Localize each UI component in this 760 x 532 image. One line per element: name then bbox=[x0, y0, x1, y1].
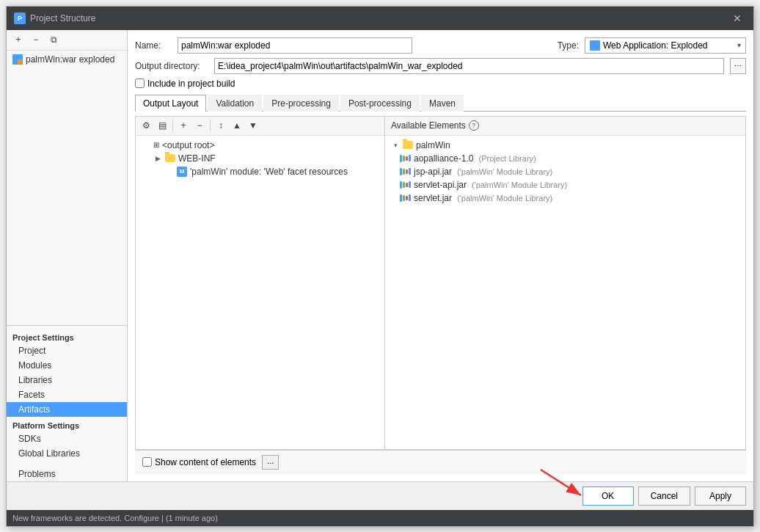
dialog-title: Project Structure bbox=[30, 13, 95, 23]
copy-artifact-button[interactable]: ⧉ bbox=[46, 32, 61, 47]
tab-pre-processing[interactable]: Pre-processing bbox=[263, 95, 339, 112]
add-artifact-button[interactable]: + bbox=[11, 32, 26, 47]
artifact-icon bbox=[12, 54, 23, 65]
tree-up-button[interactable]: ▲ bbox=[230, 118, 244, 133]
browse-button[interactable]: ⋯ bbox=[730, 58, 746, 74]
tree-toolbar: ⚙ ▤ + − ↕ ▲ ▼ bbox=[136, 117, 384, 136]
name-input[interactable] bbox=[178, 37, 412, 54]
ok-button[interactable]: OK bbox=[582, 487, 634, 506]
tree-settings-button[interactable]: ⚙ bbox=[139, 118, 153, 133]
type-select-icon bbox=[590, 40, 600, 51]
content-area: + − ⧉ palmWin:war exploded Project Setti… bbox=[7, 30, 753, 481]
cancel-button[interactable]: Cancel bbox=[638, 487, 690, 506]
elem-root-arrow: ▾ bbox=[391, 142, 400, 149]
elements-header: Available Elements ? bbox=[385, 117, 745, 136]
dialog-footer: OK Cancel Apply bbox=[7, 481, 753, 510]
tree-item-output-root[interactable]: ⊞ <output root> bbox=[136, 139, 384, 152]
sidebar-item-libraries[interactable]: Libraries bbox=[7, 373, 127, 387]
type-select-value: Web Application: Exploded bbox=[603, 40, 708, 51]
tree-sort-button[interactable]: ↕ bbox=[213, 118, 228, 133]
webinf-arrow: ▶ bbox=[153, 155, 162, 162]
name-label: Name: bbox=[135, 40, 172, 51]
webinf-folder-icon bbox=[165, 154, 175, 162]
jar-icon-jsp-api bbox=[400, 168, 411, 175]
jar-icon-aopalliance bbox=[400, 155, 411, 162]
tree-content: ⊞ <output root> ▶ WEB-INF bbox=[136, 136, 384, 449]
root-bracket-icon: ⊞ bbox=[153, 141, 159, 149]
remove-artifact-button[interactable]: − bbox=[29, 32, 43, 47]
elem-jsp-api-label: jsp-api.jar bbox=[414, 167, 452, 177]
sidebar-item-project[interactable]: Project bbox=[7, 343, 127, 358]
tree-module-label: 'palmWin' module: 'Web' facet resources bbox=[190, 167, 348, 177]
elem-item-aopalliance[interactable]: aopalliance-1.0 (Project Library) bbox=[385, 152, 745, 165]
sidebar-item-facets[interactable]: Facets bbox=[7, 387, 127, 402]
platform-settings-section: Platform Settings bbox=[7, 417, 127, 431]
jar-icon-servlet-api bbox=[400, 181, 411, 189]
status-text: New frameworks are detected. Configure |… bbox=[12, 514, 218, 522]
apply-button[interactable]: Apply bbox=[695, 487, 746, 506]
elem-item-servlet-api[interactable]: servlet-api.jar ('palmWin' Module Librar… bbox=[385, 178, 745, 192]
title-bar: P Project Structure ✕ bbox=[7, 7, 753, 30]
elem-servlet-label: servlet.jar bbox=[414, 193, 452, 203]
name-row: Name: Type: Web Application: Exploded ▾ bbox=[135, 37, 746, 54]
tree-layout-button[interactable]: ▤ bbox=[155, 118, 169, 133]
artifact-item-label: palmWin:war exploded bbox=[26, 54, 114, 65]
tab-post-processing[interactable]: Post-processing bbox=[340, 95, 420, 112]
tree-webinf-label: WEB-INF bbox=[178, 153, 216, 164]
project-structure-dialog: P Project Structure ✕ + − ⧉ palmWin:war … bbox=[6, 6, 754, 527]
tree-pane: ⚙ ▤ + − ↕ ▲ ▼ ⊞ bbox=[136, 117, 385, 449]
tree-remove-button[interactable]: − bbox=[192, 118, 207, 133]
module-resources-icon bbox=[177, 167, 187, 177]
toolbar-sep1 bbox=[172, 120, 173, 131]
sidebar-item-artifacts[interactable]: Artifacts bbox=[7, 402, 127, 417]
elem-servlet-api-label: servlet-api.jar bbox=[414, 180, 467, 190]
show-content-label: Show content of elements bbox=[155, 457, 256, 467]
include-build-label: Include in project build bbox=[147, 79, 235, 89]
tab-output-layout[interactable]: Output Layout bbox=[135, 95, 206, 112]
elem-root-palmwin[interactable]: ▾ palmWin bbox=[385, 139, 745, 152]
bottom-bar: Show content of elements ... bbox=[135, 450, 746, 474]
tab-validation[interactable]: Validation bbox=[208, 95, 262, 112]
sidebar-artifact-item[interactable]: palmWin:war exploded bbox=[7, 51, 127, 68]
close-button[interactable]: ✕ bbox=[728, 11, 746, 26]
elements-pane: Available Elements ? ▾ palmWin bbox=[385, 117, 745, 449]
tabs-bar: Output Layout Validation Pre-processing … bbox=[135, 95, 746, 112]
include-build-checkbox[interactable] bbox=[135, 79, 145, 88]
help-icon[interactable]: ? bbox=[469, 120, 479, 131]
title-bar-left: P Project Structure bbox=[14, 12, 95, 24]
split-area: ⚙ ▤ + − ↕ ▲ ▼ ⊞ bbox=[135, 116, 746, 450]
elements-content: ▾ palmWin aopalliance-1.0 (Project Libra… bbox=[385, 136, 745, 449]
tree-item-webinf[interactable]: ▶ WEB-INF bbox=[136, 152, 384, 165]
elem-root-folder-icon bbox=[403, 141, 413, 149]
status-bar: New frameworks are detected. Configure |… bbox=[7, 510, 753, 526]
tab-maven[interactable]: Maven bbox=[421, 95, 464, 112]
elem-root-label: palmWin bbox=[416, 140, 450, 150]
jar-icon-servlet bbox=[400, 194, 411, 202]
elements-title: Available Elements bbox=[391, 120, 466, 131]
sidebar-item-sdks[interactable]: SDKs bbox=[7, 431, 127, 446]
sidebar-item-problems[interactable]: Problems bbox=[7, 467, 127, 481]
more-options-button[interactable]: ... bbox=[262, 455, 279, 470]
sidebar-item-global-libraries[interactable]: Global Libraries bbox=[7, 446, 127, 461]
sidebar-item-modules[interactable]: Modules bbox=[7, 358, 127, 373]
output-input[interactable] bbox=[214, 58, 724, 74]
tree-add-button[interactable]: + bbox=[176, 118, 191, 133]
dialog-icon: P bbox=[14, 12, 26, 24]
include-build-row: Include in project build bbox=[135, 79, 746, 89]
show-content-row: Show content of elements bbox=[142, 457, 256, 467]
tree-item-module-resources[interactable]: 'palmWin' module: 'Web' facet resources bbox=[136, 165, 384, 178]
tree-root-label: <output root> bbox=[162, 140, 214, 150]
sidebar: + − ⧉ palmWin:war exploded Project Setti… bbox=[7, 30, 128, 481]
elem-item-jsp-api[interactable]: jsp-api.jar ('palmWin' Module Library) bbox=[385, 165, 745, 178]
elem-item-servlet[interactable]: servlet.jar ('palmWin' Module Library) bbox=[385, 192, 745, 205]
elem-jsp-api-suffix: ('palmWin' Module Library) bbox=[455, 167, 552, 176]
type-dropdown[interactable]: Web Application: Exploded ▾ bbox=[585, 37, 746, 54]
elem-aopalliance-label: aopalliance-1.0 bbox=[414, 153, 473, 164]
sidebar-toolbar: + − ⧉ bbox=[7, 30, 127, 51]
type-dropdown-arrow: ▾ bbox=[737, 41, 741, 49]
main-panel: Name: Type: Web Application: Exploded ▾ … bbox=[128, 30, 753, 481]
tree-down-button[interactable]: ▼ bbox=[246, 118, 260, 133]
show-content-checkbox[interactable] bbox=[142, 457, 152, 467]
type-label: Type: bbox=[558, 40, 579, 51]
output-label: Output directory: bbox=[135, 61, 208, 71]
